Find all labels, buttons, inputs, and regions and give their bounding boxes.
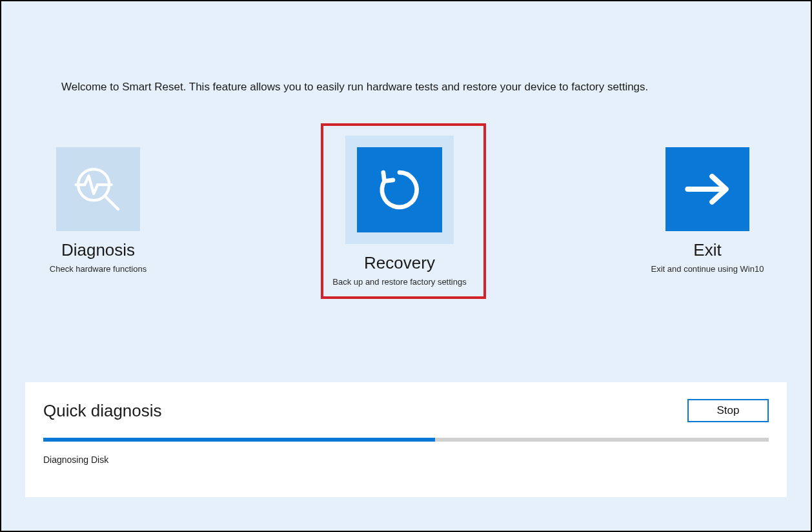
exit-icon-box <box>665 147 749 231</box>
diagnosis-icon-box <box>56 147 140 231</box>
recovery-subtitle: Back up and restore factory settings <box>316 277 483 287</box>
tile-row: Diagnosis Check hardware functions Recov… <box>34 124 778 287</box>
diagnosis-title: Diagnosis <box>34 240 163 260</box>
progress-fill <box>43 438 435 442</box>
diagnosis-subtitle: Check hardware functions <box>34 264 163 274</box>
tile-diagnosis[interactable]: Diagnosis Check hardware functions <box>34 124 163 274</box>
arrow-right-icon <box>678 160 736 218</box>
stop-button[interactable]: Stop <box>687 399 769 422</box>
svg-line-1 <box>105 196 118 209</box>
magnifier-pulse-icon <box>70 161 126 217</box>
tile-exit[interactable]: Exit Exit and continue using Win10 <box>636 124 778 274</box>
exit-subtitle: Exit and continue using Win10 <box>636 264 778 274</box>
restore-circle-arrow-icon <box>372 163 427 217</box>
status-text: Diagnosing Disk <box>43 455 769 465</box>
app-frame: Welcome to Smart Reset. This feature all… <box>0 0 812 532</box>
panel-heading: Quick diagnosis <box>43 401 162 421</box>
recovery-icon-box <box>357 147 442 232</box>
recovery-icon-outer <box>345 136 454 244</box>
quick-diagnosis-panel: Quick diagnosis Stop Diagnosing Disk <box>25 382 787 497</box>
panel-header: Quick diagnosis Stop <box>43 399 769 422</box>
exit-title: Exit <box>636 240 778 260</box>
welcome-text: Welcome to Smart Reset. This feature all… <box>61 81 648 94</box>
progress-bar <box>43 438 769 442</box>
recovery-title: Recovery <box>316 253 483 273</box>
tile-recovery[interactable]: Recovery Back up and restore factory set… <box>316 124 483 287</box>
